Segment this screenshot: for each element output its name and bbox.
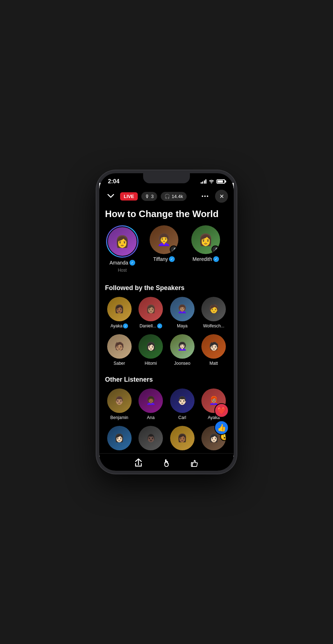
listener-name: Benjamin: [110, 415, 128, 420]
list-item[interactable]: 👩🏻‍🦱 Joonseo: [168, 334, 197, 366]
listener-name: Wolfesch...: [203, 323, 224, 328]
mic-count: 3: [151, 194, 154, 199]
list-item[interactable]: 👩🏾‍🦱 Ana: [137, 388, 165, 420]
floating-heart-reaction: ❤️: [214, 403, 229, 418]
chevron-down-button[interactable]: [105, 190, 117, 202]
mute-icon: 🎤: [170, 245, 178, 253]
list-item[interactable]: 🧑🏽 Saber: [105, 334, 134, 366]
avatar: 👩🏻‍🦱: [170, 334, 195, 359]
list-item[interactable]: 👩🏻 Hitomi: [137, 334, 165, 366]
status-bar: 2:04: [99, 173, 234, 187]
status-icons: [201, 179, 225, 184]
battery-icon: [216, 179, 225, 184]
host-label: Host: [118, 268, 127, 273]
avatar: 👩🏽‍🦱: [170, 297, 195, 321]
listener-name: Hitomi: [145, 361, 157, 366]
share-button[interactable]: [133, 458, 143, 468]
avatar: 👩 🎤: [191, 225, 220, 254]
avatar: 👩🏾: [170, 426, 195, 450]
speaker-item[interactable]: 👩 🎤 Meredith ✓: [188, 225, 223, 273]
verified-icon: ✓: [129, 260, 135, 266]
status-time: 2:04: [108, 178, 119, 185]
followed-section-heading: Followed by the Speakers: [99, 280, 234, 297]
list-item[interactable]: 👩🏾 Ayaka ✓: [105, 297, 134, 328]
verified-icon: ✓: [213, 256, 219, 262]
header-bar: LIVE 🎙 3 🎧 14.4k ✕: [99, 187, 234, 206]
avatar: 👨🏿: [138, 426, 163, 450]
avatar: 👩🏾‍🦱: [138, 388, 163, 413]
list-item[interactable]: 👨🏿 Larry: [137, 426, 165, 457]
like-button[interactable]: [190, 458, 200, 468]
mute-icon: 🎤: [211, 245, 219, 253]
speaker-name: Meredith ✓: [192, 256, 219, 262]
list-item[interactable]: 👨🏽 Benjamin: [105, 388, 134, 420]
close-icon: ✕: [219, 193, 224, 200]
wifi-icon: [209, 179, 214, 184]
avatar: 🧑🏻: [201, 334, 226, 359]
list-item[interactable]: 👩🏾 Sheena: [168, 426, 197, 457]
list-item[interactable]: 🧑🏻 Matt: [200, 334, 228, 366]
mic-badge: 🎙 3: [141, 192, 157, 201]
bottom-toolbar: [99, 453, 234, 471]
floating-reactions: ❤️ 👍: [214, 403, 229, 435]
avatar: 👩🏻: [107, 426, 132, 450]
verified-icon: ✓: [169, 256, 175, 262]
avatar: 👨🏽: [107, 388, 132, 413]
headphone-icon: 🎧: [164, 194, 170, 199]
speaker-name: Amanda ✓: [109, 260, 135, 266]
speaker-name: Tiffany ✓: [153, 256, 175, 262]
listener-name: Carl: [178, 415, 186, 420]
avatar: 👩‍🦱 🎤: [150, 225, 178, 254]
avatar-ring: 👩: [106, 225, 138, 258]
avatar: 👩🏾: [107, 297, 132, 321]
close-button[interactable]: ✕: [215, 190, 228, 203]
avatar: 🧑: [201, 297, 226, 321]
list-item[interactable]: 👩🏻 Angelica: [105, 426, 134, 457]
avatar: 👩🏽: [138, 297, 163, 321]
listener-count: 14.4k: [172, 194, 183, 199]
live-badge: LIVE: [120, 192, 138, 201]
raise-hand-button[interactable]: [161, 458, 172, 468]
room-title: How to Change the World: [99, 206, 234, 225]
avatar: 👩🏻: [138, 334, 163, 359]
speaker-item[interactable]: 👩 Amanda ✓ Host: [105, 225, 140, 273]
listener-name: Saber: [114, 361, 125, 366]
list-item[interactable]: 👨🏻 Carl: [168, 388, 197, 420]
listener-name: Matt: [210, 361, 218, 366]
verified-icon: ✓: [157, 323, 162, 328]
mic-icon: 🎙: [145, 194, 150, 199]
screen: 2:04: [99, 173, 234, 471]
list-item[interactable]: 🧑 Wolfesch...: [200, 297, 228, 328]
verified-icon: ✓: [123, 323, 128, 328]
floating-like-reaction: 👍: [214, 420, 229, 435]
speakers-row: 👩 Amanda ✓ Host 👩‍🦱 🎤: [99, 225, 234, 280]
headphone-badge: 🎧 14.4k: [161, 192, 187, 201]
avatar: 👨🏻: [170, 388, 195, 413]
more-button[interactable]: [199, 190, 211, 203]
speaker-item[interactable]: 👩‍🦱 🎤 Tiffany ✓: [147, 225, 181, 273]
signal-bars-icon: [201, 179, 207, 184]
other-listener-grid: 👨🏽 Benjamin 👩🏾‍🦱 Ana 👨🏻 C: [99, 388, 234, 463]
followed-listener-grid: 👩🏾 Ayaka ✓ 👩🏽 Daniell... ✓ 👩🏽‍🦱: [99, 297, 234, 372]
avatar: 👩: [107, 226, 137, 257]
list-item[interactable]: 👩🏽 Daniell... ✓: [137, 297, 165, 328]
phone-frame: 2:04: [96, 170, 237, 474]
listener-name: Joonseo: [174, 361, 190, 366]
other-section-heading: Other Listeners: [99, 372, 234, 388]
listener-name: Ana: [147, 415, 155, 420]
avatar: 🧑🏽: [107, 334, 132, 359]
listener-name: Daniell... ✓: [140, 323, 162, 328]
listener-name: Ayaka ✓: [110, 323, 128, 328]
list-item[interactable]: 👩🏽‍🦱 Maya: [168, 297, 197, 328]
listener-name: Maya: [177, 323, 187, 328]
